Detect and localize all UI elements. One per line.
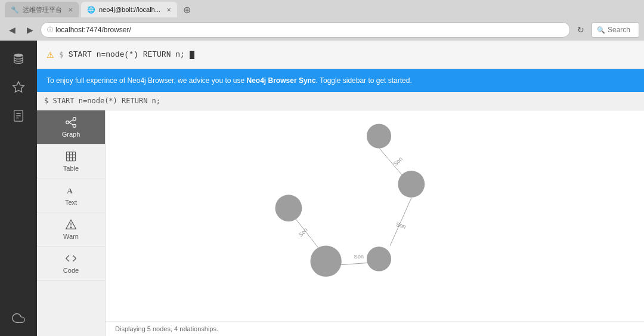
svg-point-0 (14, 54, 23, 57)
search-label: Search (608, 26, 630, 34)
tab-2-close[interactable]: ✕ (166, 7, 171, 13)
query-bar: ⚠ $ START n=node(*) RETURN n; (37, 41, 644, 69)
browser-chrome: 🔧 运维管理平台 ✕ 🌐 neo4j@bolt://localh... ✕ ⊕ … (0, 0, 644, 41)
banner-bold-text: Neo4j Browser Sync (247, 76, 316, 85)
tab-1-label: 运维管理平台 (23, 5, 62, 14)
view-option-graph-label: Graph (62, 131, 80, 138)
sidebar-icon-document[interactable] (7, 104, 30, 128)
result-query-bar: $ START n=node(*) RETURN n; (37, 92, 644, 110)
view-option-warn[interactable]: Warn (37, 212, 105, 246)
view-option-table[interactable]: Table (37, 144, 105, 178)
warning-icon: ⚠ (47, 50, 54, 60)
cursor (190, 51, 194, 59)
tab-1-icon: 🔧 (11, 6, 19, 14)
svg-rect-10 (67, 152, 76, 161)
new-tab-button[interactable]: ⊕ (179, 4, 194, 16)
sidebar-icon-cloud[interactable] (7, 306, 30, 330)
view-option-text[interactable]: A Text (37, 178, 105, 212)
query-input[interactable]: START n=node(*) RETURN n; (69, 50, 185, 59)
view-option-table-label: Table (63, 165, 79, 172)
lock-icon: ⓘ (47, 26, 53, 34)
edge-label-2: Son (395, 221, 407, 230)
svg-line-8 (69, 120, 73, 122)
address-bar-row: ◀ ▶ ⓘ localhost:7474/browser/ ↻ 🔍 Search (0, 19, 644, 41)
sidebar-icon-database[interactable] (7, 47, 30, 70)
status-text: Displaying 5 nodes, 4 relationships. (115, 325, 218, 332)
view-option-text-label: Text (65, 199, 77, 206)
url-text: localhost:7474/browser/ (55, 26, 131, 34)
search-box[interactable]: 🔍 Search (592, 22, 639, 38)
svg-text:A: A (67, 186, 73, 195)
banner-text-after: . Toggle sidebar to get started. (316, 76, 412, 85)
content: ⚠ $ START n=node(*) RETURN n; To enjoy f… (37, 41, 644, 336)
info-banner: To enjoy full experince of Neo4j Browser… (37, 69, 644, 92)
view-option-graph[interactable]: Graph (37, 110, 105, 144)
address-field[interactable]: ⓘ localhost:7474/browser/ (41, 22, 570, 38)
svg-point-7 (73, 124, 76, 127)
graph-svg: Son Son Son Son (106, 110, 644, 336)
banner-text-before: To enjoy full experince of Neo4j Browser… (47, 76, 247, 85)
node-4[interactable] (310, 245, 341, 276)
node-5[interactable] (367, 246, 391, 271)
tab-1[interactable]: 🔧 运维管理平台 ✕ (5, 2, 79, 17)
result-panel: $ START n=node(*) RETURN n; Graph Table … (37, 92, 644, 336)
node-3[interactable] (275, 195, 302, 221)
tab-2-label: neo4j@bolt://localh... (99, 6, 160, 13)
tab-bar: 🔧 运维管理平台 ✕ 🌐 neo4j@bolt://localh... ✕ ⊕ (0, 0, 644, 19)
back-button[interactable]: ◀ (5, 23, 19, 37)
svg-point-18 (70, 227, 72, 228)
edge-2 (390, 198, 411, 246)
svg-line-9 (69, 122, 73, 125)
tab-2[interactable]: 🌐 neo4j@bolt://localh... ✕ (81, 2, 177, 17)
svg-point-6 (73, 118, 76, 121)
view-options-sidebar: Graph Table A Text Warn (37, 110, 106, 336)
view-option-code-label: Code (63, 267, 79, 274)
edge-label-3: Son (298, 227, 309, 238)
sidebar-icon-star[interactable] (7, 75, 30, 99)
reload-button[interactable]: ↻ (574, 23, 588, 37)
tab-2-icon: 🌐 (87, 6, 95, 14)
status-bar: Displaying 5 nodes, 4 relationships. (106, 321, 644, 336)
graph-area: Son Son Son Son (106, 110, 644, 336)
view-option-warn-label: Warn (63, 233, 79, 240)
view-option-code[interactable]: Code (37, 246, 105, 280)
node-1[interactable] (367, 124, 391, 148)
edge-label-4: Son (354, 254, 364, 260)
dollar-sign: $ (59, 50, 64, 59)
sidebar (0, 41, 37, 336)
forward-button[interactable]: ▶ (23, 23, 37, 37)
search-icon: 🔍 (597, 26, 605, 34)
tab-1-close[interactable]: ✕ (68, 7, 73, 13)
svg-point-5 (66, 121, 69, 124)
node-2[interactable] (398, 171, 425, 198)
